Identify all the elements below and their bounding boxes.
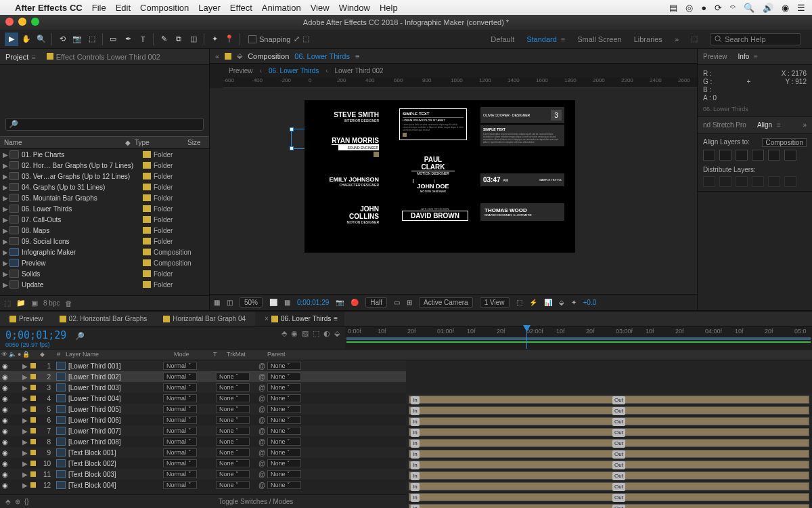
zoom-tool-icon[interactable]: 🔍: [35, 33, 48, 46]
project-columns[interactable]: Name ◆ Type Size: [0, 136, 209, 149]
col-parent[interactable]: Parent: [265, 350, 332, 360]
proj-comp-icon[interactable]: ▣: [31, 299, 38, 308]
type-tool-icon[interactable]: T: [136, 33, 150, 46]
project-item[interactable]: ▶07. Call-OutsFolder: [0, 214, 209, 225]
transparency-icon[interactable]: ▦: [284, 299, 290, 306]
align-right-icon[interactable]: [736, 150, 748, 161]
eraser-tool-icon[interactable]: ◫: [187, 33, 200, 46]
layer-bar-row[interactable]: InOut: [406, 503, 812, 508]
workspace-small[interactable]: Small Screen: [577, 35, 621, 43]
layer-bar-row[interactable]: InOut: [406, 394, 812, 405]
sync-icon[interactable]: ⟳: [715, 3, 722, 13]
col-label-icon[interactable]: ◆: [37, 350, 47, 360]
menu-layer[interactable]: Layer: [198, 3, 221, 13]
region-icon[interactable]: ▭: [394, 299, 400, 306]
timeline-search-icon[interactable]: 🔎: [75, 332, 85, 340]
align-to-select[interactable]: Composition: [762, 138, 807, 147]
align-left-icon[interactable]: [703, 150, 715, 161]
workspace-menu-icon[interactable]: ≡: [561, 35, 565, 43]
col-lock-icon[interactable]: 🔒: [22, 351, 30, 358]
wifi-icon[interactable]: ⌔: [730, 3, 736, 13]
dist-4-icon[interactable]: [752, 176, 764, 187]
exposure-value[interactable]: +0.0: [583, 299, 597, 306]
pixel-aspect-icon[interactable]: ⬚: [516, 299, 522, 306]
notif-icon[interactable]: ☰: [797, 3, 805, 13]
layer-row[interactable]: ◉▶7[Lower Third 007]Normal ˅None ˅@None …: [0, 425, 406, 436]
visibility-toggle[interactable]: ◉: [0, 438, 9, 446]
comp-flow-icon[interactable]: ⬙: [237, 51, 242, 60]
menu-animation[interactable]: Animation: [262, 3, 301, 13]
horizontal-ruler[interactable]: -600-400-2000200400600800100012001400160…: [223, 77, 697, 88]
dist-3-icon[interactable]: [736, 176, 748, 187]
camera-select[interactable]: Active Camera: [419, 297, 473, 308]
grid-icon[interactable]: ▦: [214, 299, 220, 306]
mask-icon[interactable]: ◫: [227, 299, 233, 306]
hand-tool-icon[interactable]: ✋: [20, 33, 33, 46]
search-help-input[interactable]: Search Help: [710, 33, 801, 45]
proj-folder-icon[interactable]: 📁: [16, 299, 26, 308]
visibility-toggle[interactable]: ◉: [0, 471, 9, 478]
visibility-toggle[interactable]: ◉: [0, 384, 9, 391]
layer-bar-row[interactable]: InOut: [406, 438, 812, 448]
menu-file[interactable]: File: [92, 3, 106, 13]
layer-bar-row[interactable]: InOut: [406, 481, 812, 492]
project-item[interactable]: ▶03. Ver…ar Graphs (Up to 12 Lines)Folde…: [0, 171, 209, 182]
visibility-toggle[interactable]: ◉: [0, 427, 9, 435]
tl-graph-icon[interactable]: ⬙: [334, 329, 340, 338]
crumb-sub[interactable]: Lower Third 002: [335, 67, 384, 75]
project-item[interactable]: ▶PreviewComposition: [0, 257, 209, 268]
layer-row[interactable]: ◉▶2[Lower Third 002]Normal ˅None ˅@None …: [0, 371, 406, 382]
proj-trash-icon[interactable]: 🗑: [65, 299, 72, 308]
visibility-toggle[interactable]: ◉: [0, 362, 9, 370]
menu-composition[interactable]: Composition: [140, 3, 189, 13]
flowchart-icon[interactable]: ⬙: [559, 299, 564, 306]
dist-2-icon[interactable]: [719, 176, 731, 187]
tl-mb-icon[interactable]: ◐: [323, 329, 330, 338]
dist-5-icon[interactable]: [768, 176, 780, 187]
visibility-toggle[interactable]: ◉: [0, 449, 9, 457]
tl-foot-1-icon[interactable]: ⬘: [5, 498, 11, 505]
menu-view[interactable]: View: [311, 3, 330, 13]
dist-1-icon[interactable]: [703, 176, 715, 187]
layer-row[interactable]: ◉▶9[Text Block 001]Normal ˅None ˅@None ˅: [0, 447, 406, 458]
puppet-tool-icon[interactable]: 📍: [223, 33, 236, 46]
timecode-display[interactable]: 0;00;01;29: [297, 299, 329, 306]
menu-help[interactable]: Help: [380, 3, 398, 13]
siri-icon[interactable]: ◉: [782, 3, 789, 13]
status-icon[interactable]: ▤: [669, 3, 677, 13]
guides-icon[interactable]: ⊞: [407, 299, 412, 306]
fast-preview-icon[interactable]: ⚡: [529, 299, 537, 306]
project-item[interactable]: ▶UpdateFolder: [0, 279, 209, 290]
col-trkmat[interactable]: TrkMat: [224, 350, 265, 360]
visibility-toggle[interactable]: ◉: [0, 395, 9, 402]
project-item[interactable]: ▶SolidsFolder: [0, 268, 209, 279]
res-full-icon[interactable]: ⬜: [269, 299, 277, 306]
playhead[interactable]: [526, 326, 527, 349]
toggle-switches-modes[interactable]: Toggle Switches / Modes: [219, 498, 294, 505]
crumb-preview[interactable]: Preview: [229, 67, 253, 75]
layer-row[interactable]: ◉▶11[Text Block 003]Normal ˅None ˅@None …: [0, 469, 406, 480]
reset-exposure-icon[interactable]: ✦: [571, 299, 577, 306]
pan-behind-tool-icon[interactable]: ⬚: [85, 33, 99, 46]
status-dot-icon[interactable]: ●: [701, 3, 706, 13]
zoom-window-icon[interactable]: [31, 18, 39, 26]
timeline-tab[interactable]: Horizontal Bar Graph 04: [156, 312, 252, 326]
visibility-toggle[interactable]: ◉: [0, 482, 9, 489]
minimize-window-icon[interactable]: [18, 18, 26, 26]
menu-window[interactable]: Window: [339, 3, 370, 13]
crumb-comp[interactable]: 06. Lower Thirds: [269, 67, 319, 75]
visibility-toggle[interactable]: ◉: [0, 373, 9, 381]
tab-align[interactable]: Align ≡: [757, 121, 781, 129]
layer-bar-row[interactable]: InOut: [406, 492, 812, 503]
pen-tool-icon[interactable]: ✒: [121, 33, 135, 46]
col-audio-icon[interactable]: 🔈: [9, 351, 16, 358]
panel-overflow-icon[interactable]: »: [803, 121, 807, 129]
col-t[interactable]: T: [210, 350, 224, 360]
tl-opt2-icon[interactable]: ◉: [291, 329, 298, 338]
workspace-standard[interactable]: Standard: [526, 35, 557, 43]
layer-bar-row[interactable]: InOut: [406, 448, 812, 459]
layer-row[interactable]: ◉▶12[Text Block 004]Normal ˅None ˅@None …: [0, 480, 406, 490]
roto-tool-icon[interactable]: ✦: [208, 33, 221, 46]
project-item[interactable]: ▶09. Social IconsFolder: [0, 236, 209, 247]
comp-nav-left-icon[interactable]: «: [215, 52, 219, 60]
